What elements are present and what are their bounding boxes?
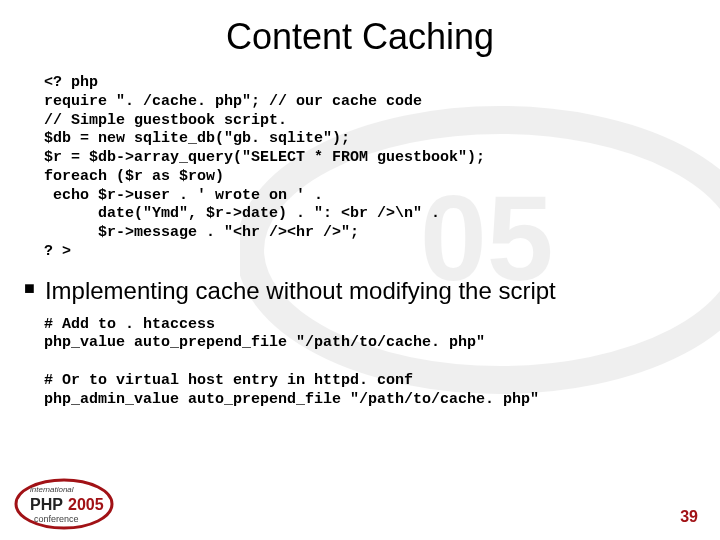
slide-title: Content Caching [44,16,676,58]
conference-logo: international PHP 2005 conference [14,478,144,530]
bullet-text: Implementing cache without modifying the… [45,276,556,306]
code-block-php: <? php require ". /cache. php"; // our c… [44,74,676,262]
logo-line2: PHP [30,496,63,513]
logo-line3: 2005 [68,496,104,513]
logo-line1: international [30,485,74,494]
logo-line4: conference [34,514,79,524]
bullet-item: ■ Implementing cache without modifying t… [24,276,676,306]
page-number: 39 [680,508,698,526]
slide: Content Caching <? php require ". /cache… [0,0,720,540]
bullet-square-icon: ■ [24,276,35,301]
code-block-htaccess: # Add to . htaccess php_value auto_prepe… [44,316,676,410]
